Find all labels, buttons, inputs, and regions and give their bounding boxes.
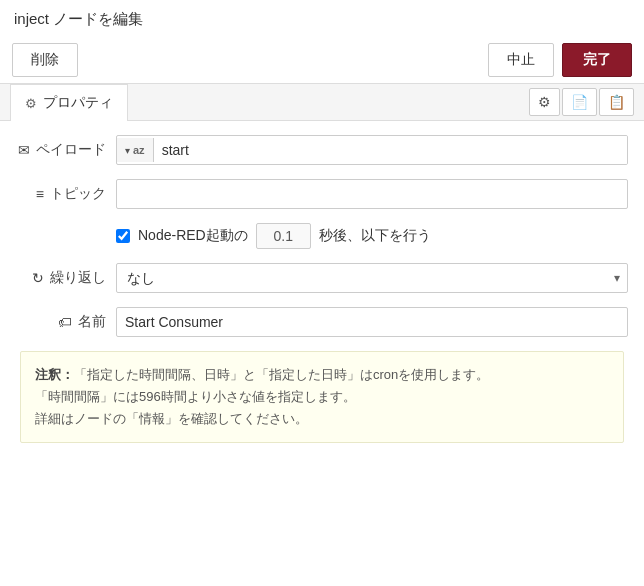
note-prefix: 注釈： [35,367,74,382]
delete-button[interactable]: 削除 [12,43,78,77]
delay-suffix: 秒後、以下を行う [319,227,431,245]
repeat-label: ↻ 繰り返し [16,269,106,287]
note-text1: 「指定した時間間隔、日時」と「指定した日時」はcronを使用します。 [74,367,489,382]
note-text2: 「時間間隔」には596時間より小さな値を指定します。 [35,389,356,404]
toolbar: 削除 中止 完了 [0,37,644,84]
tab-bar: ⚙ プロパティ ⚙ 📄 📋 [0,84,644,121]
payload-label: ✉ ペイロード [16,141,106,159]
payload-input-group: ▾ az [116,135,628,165]
name-label: 🏷 名前 [16,313,106,331]
repeat-icon: ↻ [32,270,44,286]
page-title: inject ノードを編集 [0,0,644,37]
tab-properties-label: プロパティ [43,94,113,112]
repeat-select[interactable]: なし 指定した時間間隔 指定した日時 指定した曜日と時刻 [116,263,628,293]
topic-label: ≡ トピック [16,185,106,203]
payload-label-text: ペイロード [36,141,106,159]
topic-input[interactable] [116,179,628,209]
startup-checkbox[interactable] [116,229,130,243]
payload-input[interactable] [154,136,627,164]
name-row: 🏷 名前 [16,307,628,337]
repeat-select-wrapper: なし 指定した時間間隔 指定した日時 指定した曜日と時刻 ▾ [116,263,628,293]
note-box: 注釈：「指定した時間間隔、日時」と「指定した日時」はcronを使用します。 「時… [20,351,624,443]
checkbox-label: Node-RED起動の [138,227,248,245]
done-button[interactable]: 完了 [562,43,632,77]
repeat-row: ↻ 繰り返し なし 指定した時間間隔 指定した日時 指定した曜日と時刻 ▾ [16,263,628,293]
topic-row: ≡ トピック [16,179,628,209]
payload-icon: ✉ [18,142,30,158]
gear-tab-icon: ⚙ [25,96,37,111]
payload-type-icon: az [133,144,145,156]
payload-type-arrow: ▾ [125,145,130,156]
cancel-button[interactable]: 中止 [488,43,554,77]
topic-icon: ≡ [36,186,44,202]
note-text3: 詳細はノードの「情報」を確認してください。 [35,411,308,426]
topic-label-text: トピック [50,185,106,203]
name-label-text: 名前 [78,313,106,331]
tab-gear-button[interactable]: ⚙ [529,88,560,116]
tab-actions: ⚙ 📄 📋 [529,88,634,116]
name-input[interactable] [116,307,628,337]
delay-input[interactable] [256,223,311,249]
tab-properties[interactable]: ⚙ プロパティ [10,84,128,121]
name-icon: 🏷 [58,314,72,330]
repeat-label-text: 繰り返し [50,269,106,287]
checkbox-row: Node-RED起動の 秒後、以下を行う [116,223,628,249]
payload-row: ✉ ペイロード ▾ az [16,135,628,165]
tab-doc-button[interactable]: 📄 [562,88,597,116]
payload-type-button[interactable]: ▾ az [117,138,154,162]
main-content: ✉ ペイロード ▾ az ≡ トピック Node-RED起動の 秒後、以下を行う… [0,121,644,457]
tab-info-button[interactable]: 📋 [599,88,634,116]
